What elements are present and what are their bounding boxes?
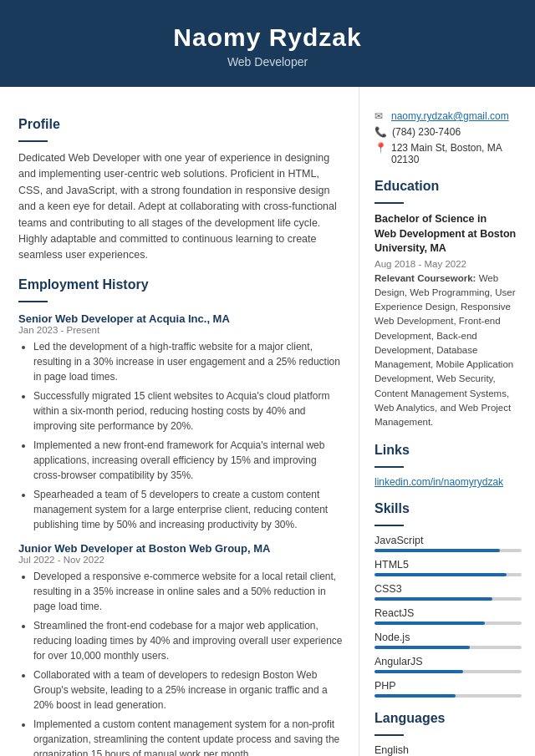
skill-bar-fill xyxy=(374,646,470,649)
skill-label: AngularJS xyxy=(374,656,522,667)
skill-label: JavaScript xyxy=(374,535,522,546)
skill-bar-fill xyxy=(374,622,485,625)
education-section: Education Bachelor of Science inWeb Deve… xyxy=(374,179,522,429)
job-bullets: Led the development of a high-traffic we… xyxy=(18,339,344,532)
coursework-text: Web Design, Web Programming, User Experi… xyxy=(374,273,516,428)
skills-list: JavaScriptHTML5CSS3ReactJSNode.jsAngular… xyxy=(374,535,522,698)
contact-email-item: ✉ naomy.rydzak@gmail.com xyxy=(374,110,522,122)
links-section: Links linkedin.com/in/naomyrydzak xyxy=(374,443,522,488)
location-icon: 📍 xyxy=(374,142,386,154)
contact-section: ✉ naomy.rydzak@gmail.com 📞 (784) 230-740… xyxy=(374,110,522,165)
skill-label: PHP xyxy=(374,680,522,692)
job-item: Senior Web Developer at Acquia Inc., MAJ… xyxy=(18,312,344,532)
skill-item: CSS3 xyxy=(374,583,522,601)
candidate-title: Web Developer xyxy=(17,55,518,68)
skill-bar-background xyxy=(374,597,522,601)
skill-bar-fill xyxy=(374,597,492,601)
skill-bar-background xyxy=(374,622,522,625)
skill-item: JavaScript xyxy=(374,535,522,552)
skill-label: HTML5 xyxy=(374,559,522,571)
edu-degree: Bachelor of Science inWeb Development at… xyxy=(374,212,522,256)
languages-divider xyxy=(374,734,404,736)
skill-item: PHP xyxy=(374,680,522,698)
education-divider xyxy=(374,202,404,204)
skill-bar-background xyxy=(374,646,522,649)
list-item: Streamlined the front-end codebase for a… xyxy=(33,618,344,663)
left-column: Profile Dedicated Web Developer with one… xyxy=(0,87,359,756)
contact-address-item: 📍 123 Main St, Boston, MA 02130 xyxy=(374,142,522,165)
profile-text: Dedicated Web Developer with one year of… xyxy=(18,150,344,264)
skill-bar-fill xyxy=(374,573,507,576)
job-bullets: Developed a responsive e-commerce websit… xyxy=(18,569,344,756)
language-item: English xyxy=(374,744,522,756)
skill-label: Node.js xyxy=(374,632,522,643)
skill-item: AngularJS xyxy=(374,656,522,673)
skill-bar-fill xyxy=(374,670,463,673)
employment-divider xyxy=(18,301,48,302)
email-icon: ✉ xyxy=(374,110,386,122)
skills-divider xyxy=(374,525,404,526)
phone-icon: 📞 xyxy=(374,126,387,138)
edu-date: Aug 2018 - May 2022 xyxy=(374,259,522,269)
employment-section: Employment History Senior Web Developer … xyxy=(18,277,344,756)
list-item: Spearheaded a team of 5 developers to cr… xyxy=(33,487,344,532)
links-list: linkedin.com/in/naomyrydzak xyxy=(374,476,522,488)
job-date: Jul 2022 - Nov 2022 xyxy=(18,555,344,565)
email-link[interactable]: naomy.rydzak@gmail.com xyxy=(391,110,509,122)
list-item: Developed a responsive e-commerce websit… xyxy=(33,569,344,614)
skills-section: Skills JavaScriptHTML5CSS3ReactJSNode.js… xyxy=(374,501,522,698)
link-item[interactable]: linkedin.com/in/naomyrydzak xyxy=(374,476,522,488)
job-date: Jan 2023 - Present xyxy=(18,325,344,335)
main-content: Profile Dedicated Web Developer with one… xyxy=(0,87,535,756)
skill-item: ReactJS xyxy=(374,607,522,625)
list-item: Implemented a new front-end framework fo… xyxy=(33,438,344,483)
skills-title: Skills xyxy=(374,501,522,520)
resume-header: Naomy Rydzak Web Developer xyxy=(0,0,535,87)
skill-label: CSS3 xyxy=(374,583,522,595)
profile-section: Profile Dedicated Web Developer with one… xyxy=(18,117,344,264)
right-column: ✉ naomy.rydzak@gmail.com 📞 (784) 230-740… xyxy=(359,87,535,756)
languages-section: Languages EnglishArabic xyxy=(374,711,522,756)
languages-title: Languages xyxy=(374,711,522,730)
skill-item: HTML5 xyxy=(374,559,522,576)
jobs-list: Senior Web Developer at Acquia Inc., MAJ… xyxy=(18,312,344,756)
list-item: Collaborated with a team of developers t… xyxy=(33,667,344,713)
skill-bar-background xyxy=(374,549,522,552)
skill-bar-background xyxy=(374,670,522,673)
skill-item: Node.js xyxy=(374,632,522,649)
skill-label: ReactJS xyxy=(374,607,522,619)
job-title: Junior Web Developer at Boston Web Group… xyxy=(18,542,344,555)
skill-bar-fill xyxy=(374,694,456,698)
links-divider xyxy=(374,466,404,468)
languages-list: EnglishArabic xyxy=(374,744,522,756)
skill-bar-background xyxy=(374,694,522,698)
list-item: Implemented a custom content management … xyxy=(33,717,344,756)
links-title: Links xyxy=(374,443,522,462)
skill-bar-background xyxy=(374,573,522,576)
candidate-name: Naomy Rydzak xyxy=(17,23,518,52)
list-item: Led the development of a high-traffic we… xyxy=(33,339,344,384)
phone-text: (784) 230-7406 xyxy=(392,126,461,138)
profile-title: Profile xyxy=(18,117,344,136)
address-text: 123 Main St, Boston, MA 02130 xyxy=(391,142,522,165)
edu-coursework: Relevant Coursework: Web Design, Web Pro… xyxy=(374,271,522,430)
language-label: English xyxy=(374,744,522,756)
job-title: Senior Web Developer at Acquia Inc., MA xyxy=(18,312,344,325)
profile-divider xyxy=(18,140,48,142)
list-item: Successfully migrated 15 client websites… xyxy=(33,388,344,434)
skill-bar-fill xyxy=(374,549,500,552)
employment-title: Employment History xyxy=(18,277,344,297)
education-title: Education xyxy=(374,179,522,198)
job-item: Junior Web Developer at Boston Web Group… xyxy=(18,542,344,756)
contact-phone-item: 📞 (784) 230-7406 xyxy=(374,126,522,138)
